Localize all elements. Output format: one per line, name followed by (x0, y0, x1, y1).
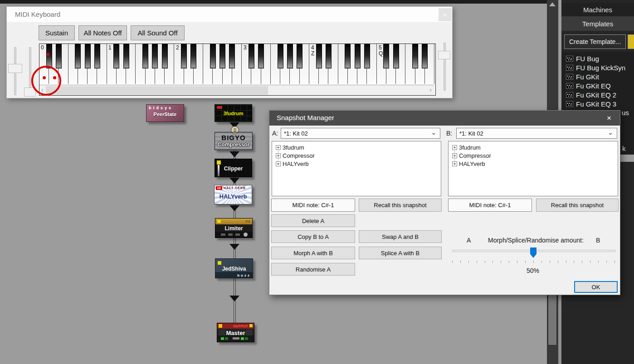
piano-key-black[interactable] (94, 44, 100, 68)
template-label-partial[interactable]: us (622, 109, 629, 116)
tab-templates[interactable]: Templates (561, 16, 634, 31)
piano-key-black[interactable] (287, 44, 293, 68)
machine-node-halyverb[interactable]: HD HALY-VERB HALYverb (214, 185, 252, 204)
piano-key-black[interactable] (152, 44, 158, 68)
recall-a-button[interactable]: Recall this snapshot (359, 199, 442, 212)
piano-key-black[interactable] (75, 44, 81, 68)
piano-keyboard[interactable]: 0 1 2 3 4 5 Z Q (39, 44, 434, 84)
machine-brand-label: BIGYO (215, 134, 252, 141)
template-list-item[interactable]: Fu GKit EQ 3 (566, 99, 616, 108)
midi-note-b-button[interactable]: MIDI note: C#-1 (448, 199, 532, 212)
tree-item-label[interactable]: 3fudrum (283, 144, 304, 151)
tab-machines[interactable]: Machines (561, 3, 634, 16)
piano-key-black[interactable] (422, 44, 428, 68)
swap-a-b-button[interactable]: Swap A and B (359, 230, 442, 243)
expand-icon[interactable]: + (276, 153, 281, 158)
sustain-button[interactable]: Sustain (39, 25, 75, 40)
template-list-item[interactable]: Fu GKit (566, 72, 599, 81)
keyboard-scrollbar[interactable]: ‹ › (39, 85, 434, 95)
piano-key-black[interactable] (297, 44, 302, 68)
expand-icon[interactable]: + (276, 161, 281, 166)
piano-key-black[interactable] (364, 44, 370, 68)
template-list-item[interactable]: FU Bug (566, 54, 599, 63)
octave-slider-track[interactable] (29, 47, 31, 91)
machine-name-label: 3fudrum (215, 111, 252, 116)
midi-note-a-button[interactable]: MIDI note: C#-1 (271, 199, 355, 212)
piano-key-black[interactable] (162, 44, 168, 68)
piano-key-black[interactable] (190, 44, 196, 68)
piano-key-black[interactable] (316, 44, 322, 68)
copy-b-to-a-button[interactable]: Copy B to A (271, 230, 355, 243)
morph-a-label: A (467, 237, 471, 244)
piano-key-black[interactable] (219, 44, 225, 68)
machine-node-jedshiva[interactable]: JedShiva buzz (215, 258, 253, 278)
morph-a-b-button[interactable]: Morph A with B (271, 247, 355, 259)
piano-key-black[interactable] (229, 44, 235, 68)
right-slider-track[interactable] (444, 43, 446, 91)
tree-item-label[interactable]: HALYverb (283, 160, 309, 167)
piano-key-black[interactable] (210, 44, 216, 68)
scrollbar-thumb[interactable] (46, 86, 268, 95)
piano-key-black[interactable] (56, 44, 62, 68)
scroll-up-icon[interactable] (549, 2, 556, 6)
piano-key-black[interactable] (326, 44, 332, 68)
ok-button[interactable]: OK (574, 281, 618, 293)
snapshot-b-select[interactable]: *1: Kit 02 ⌄ (456, 128, 617, 139)
piano-key-black[interactable] (46, 44, 52, 68)
machine-node-clipper[interactable]: Clipper (215, 159, 252, 177)
piano-key-black[interactable] (393, 44, 399, 68)
right-slider-handle[interactable] (438, 51, 450, 59)
create-template-button[interactable]: Create Template... (564, 34, 626, 49)
dialog-title: Snapshot Manager (277, 114, 334, 121)
piano-key-black[interactable] (278, 44, 283, 68)
close-icon[interactable]: × (439, 8, 452, 21)
machine-node-3fudrum[interactable]: 3fudrum (215, 104, 252, 122)
template-label-partial[interactable]: k (622, 145, 626, 152)
piano-key-black[interactable] (258, 44, 264, 68)
piano-key-black[interactable] (123, 44, 129, 68)
all-notes-off-button[interactable]: All Notes Off (78, 25, 127, 40)
expand-icon[interactable]: + (276, 145, 281, 150)
expand-icon[interactable]: + (452, 145, 457, 150)
randomise-a-button[interactable]: Randomise A (271, 263, 355, 276)
delete-a-button[interactable]: Delete A (271, 214, 355, 227)
template-folder-button[interactable] (628, 34, 634, 49)
snapshot-a-tree[interactable]: +3fudrum +Compressor +HALYverb (272, 141, 441, 196)
piano-key-black[interactable] (345, 44, 351, 68)
volume-knob[interactable] (233, 337, 239, 340)
machine-node-peerstate[interactable]: btdsys PeerState (146, 104, 184, 122)
piano-key-black[interactable] (85, 44, 91, 68)
all-sound-off-button[interactable]: All Sound Off (131, 25, 185, 40)
machine-node-limiter[interactable]: FX Limiter (215, 218, 253, 238)
piano-key-black[interactable] (412, 44, 418, 68)
velocity-slider-handle[interactable] (8, 64, 22, 73)
machine-node-compressor[interactable]: BIGYO Compressor (215, 132, 253, 150)
template-list-item[interactable]: Fu GKit EQ (566, 81, 611, 90)
buzz-tag: buzz (237, 273, 251, 277)
tree-item-label[interactable]: HALYverb (459, 160, 485, 167)
snapshot-a-select[interactable]: *1: Kit 02 ⌄ (281, 128, 440, 139)
splice-a-b-button[interactable]: Splice A with B (359, 247, 442, 259)
machine-node-master[interactable]: OUTPUT Master (217, 323, 254, 342)
scroll-right-icon[interactable]: › (429, 86, 432, 93)
template-list-item[interactable]: Fu GKit EQ 2 (566, 90, 616, 99)
piano-key-black[interactable] (181, 44, 187, 68)
piano-key-black[interactable] (113, 44, 119, 68)
piano-key-black[interactable] (249, 44, 254, 68)
expand-icon[interactable]: + (452, 153, 457, 158)
snapshot-b-tree[interactable]: +3fudrum +Compressor +HALYverb (448, 141, 618, 196)
panel-splitter[interactable] (558, 295, 561, 364)
tree-item-label[interactable]: Compressor (459, 152, 491, 159)
window-titlebar[interactable]: MIDI Keyboard (7, 7, 452, 23)
template-list-item[interactable]: FU Bug KickSyn (566, 63, 625, 72)
close-icon[interactable]: × (602, 111, 616, 126)
expand-icon[interactable]: + (452, 161, 457, 166)
piano-key-black[interactable] (142, 44, 148, 68)
tree-item-label[interactable]: 3fudrum (459, 144, 481, 151)
morph-slider-thumb[interactable] (530, 248, 536, 258)
piano-key-black[interactable] (383, 44, 389, 68)
tree-item-label[interactable]: Compressor (283, 152, 315, 159)
recall-b-button[interactable]: Recall this snapshot (536, 199, 619, 212)
piano-key-black[interactable] (355, 44, 361, 68)
dialog-titlebar[interactable]: Snapshot Manager × (269, 111, 620, 126)
